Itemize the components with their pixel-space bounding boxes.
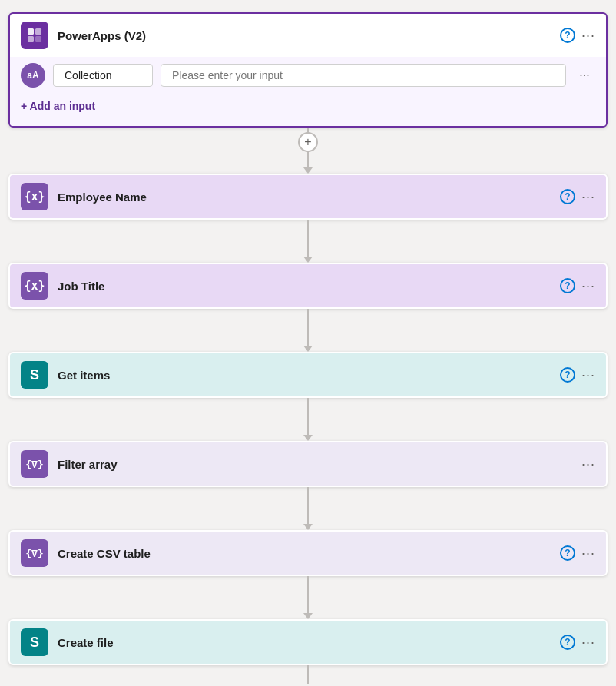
line-1 (307, 220, 309, 257)
get-items-card: S Get items ? ··· (8, 352, 608, 398)
create-file-card: S Create file ? ··· (8, 619, 608, 665)
input-label: Collection (53, 64, 153, 87)
powerapps-help-icon[interactable]: ? (560, 28, 575, 43)
arrow-2 (303, 309, 313, 352)
svg-rect-1 (35, 28, 41, 35)
line-3 (307, 398, 309, 435)
job-title-help-icon[interactable]: ? (560, 278, 575, 293)
get-items-header: S Get items ? ··· (10, 353, 606, 396)
plus-connector-0: + (303, 128, 313, 174)
create-file-title: Create file (58, 636, 551, 649)
powerapps-body: aA Collection Please enter your input ··… (10, 57, 606, 126)
input-more-button[interactable]: ··· (574, 65, 595, 86)
arrow-5 (303, 576, 313, 619)
head-5 (303, 613, 313, 619)
add-input-button[interactable]: + Add an input (21, 97, 95, 115)
job-title-icon: {x} (21, 272, 48, 300)
create-file-more-button[interactable]: ··· (581, 635, 595, 651)
filter-array-actions: ··· (581, 456, 595, 472)
get-items-more-button[interactable]: ··· (581, 367, 595, 383)
powerapps-icon (21, 22, 48, 49)
line-5 (307, 576, 309, 613)
trailing-line (307, 665, 309, 684)
create-file-help-icon[interactable]: ? (560, 635, 575, 650)
svg-rect-3 (35, 36, 41, 42)
create-file-icon: S (21, 628, 48, 656)
get-items-title: Get items (58, 369, 551, 382)
create-csv-header: {∇} Create CSV table ? ··· (10, 532, 606, 575)
avatar: aA (21, 63, 45, 88)
create-file-actions: ? ··· (560, 635, 595, 651)
arrow-head-0 (303, 167, 313, 174)
powerapps-header: PowerApps (V2) ? ··· (10, 14, 606, 57)
filter-array-header: {∇} Filter array ··· (10, 442, 606, 486)
head-3 (303, 435, 313, 441)
employee-name-card: {x} Employee Name ? ··· (8, 174, 608, 220)
input-placeholder[interactable]: Please enter your input (161, 64, 566, 87)
powerapps-actions: ? ··· (560, 28, 595, 44)
arrow-3 (303, 398, 313, 441)
line-2 (307, 309, 309, 346)
svg-rect-0 (28, 28, 34, 35)
employee-name-icon: {x} (21, 183, 48, 210)
get-items-actions: ? ··· (560, 367, 595, 383)
powerapps-title: PowerApps (V2) (58, 29, 551, 42)
job-title-more-button[interactable]: ··· (581, 278, 595, 294)
input-row: aA Collection Please enter your input ··… (21, 63, 595, 88)
create-csv-actions: ? ··· (560, 545, 595, 562)
powerapps-more-button[interactable]: ··· (581, 28, 595, 44)
get-items-help-icon[interactable]: ? (560, 367, 575, 383)
add-step-button-0[interactable]: + (298, 132, 318, 152)
employee-name-help-icon[interactable]: ? (560, 189, 575, 204)
filter-array-title: Filter array (58, 458, 572, 471)
get-items-icon: S (21, 361, 48, 389)
create-file-header: S Create file ? ··· (10, 621, 606, 664)
filter-array-icon: {∇} (21, 450, 48, 478)
job-title-title: Job Title (58, 280, 551, 293)
create-csv-icon: {∇} (21, 539, 48, 567)
head-4 (303, 524, 313, 530)
create-csv-help-icon[interactable]: ? (560, 545, 575, 561)
job-title-card: {x} Job Title ? ··· (8, 263, 608, 309)
svg-rect-2 (28, 36, 34, 42)
job-title-actions: ? ··· (560, 278, 595, 294)
line-4 (307, 487, 309, 524)
head-2 (303, 346, 313, 352)
arrow-1 (303, 220, 313, 263)
create-csv-title: Create CSV table (58, 547, 551, 560)
powerapps-card: PowerApps (V2) ? ··· aA Collection Pleas… (8, 12, 608, 128)
create-csv-more-button[interactable]: ··· (581, 545, 595, 562)
job-title-header: {x} Job Title ? ··· (10, 264, 606, 307)
employee-name-more-button[interactable]: ··· (581, 189, 595, 205)
employee-name-header: {x} Employee Name ? ··· (10, 175, 606, 218)
employee-name-title: Employee Name (58, 191, 551, 204)
head-1 (303, 257, 313, 263)
employee-name-actions: ? ··· (560, 189, 595, 205)
filter-array-card: {∇} Filter array ··· (8, 441, 608, 487)
arrow-4 (303, 487, 313, 530)
flow-container: PowerApps (V2) ? ··· aA Collection Pleas… (8, 12, 608, 684)
create-csv-card: {∇} Create CSV table ? ··· (8, 530, 608, 576)
filter-array-more-button[interactable]: ··· (581, 456, 595, 472)
